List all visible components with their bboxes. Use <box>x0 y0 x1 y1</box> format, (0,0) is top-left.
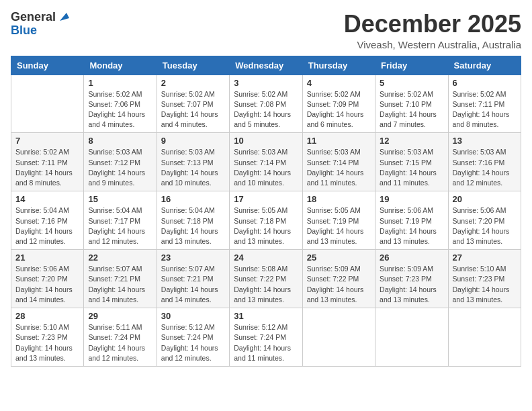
day-number: 5 <box>380 78 443 88</box>
calendar-cell: 29Sunrise: 5:11 AMSunset: 7:24 PMDayligh… <box>84 308 157 367</box>
calendar-cell: 24Sunrise: 5:08 AMSunset: 7:22 PMDayligh… <box>230 250 302 308</box>
calendar-week-row: 21Sunrise: 5:06 AMSunset: 7:20 PMDayligh… <box>11 250 521 308</box>
day-info: Sunrise: 5:02 AMSunset: 7:06 PMDaylight:… <box>88 89 152 130</box>
day-info: Sunrise: 5:03 AMSunset: 7:14 PMDaylight:… <box>307 147 371 188</box>
calendar-cell: 3Sunrise: 5:02 AMSunset: 7:08 PMDaylight… <box>230 75 302 133</box>
day-number: 24 <box>234 253 298 263</box>
day-number: 1 <box>88 78 152 88</box>
day-info: Sunrise: 5:03 AMSunset: 7:13 PMDaylight:… <box>161 147 225 188</box>
day-info: Sunrise: 5:03 AMSunset: 7:12 PMDaylight:… <box>88 147 152 188</box>
day-number: 29 <box>88 311 152 321</box>
day-info: Sunrise: 5:02 AMSunset: 7:11 PMDaylight:… <box>15 147 79 188</box>
calendar-cell <box>302 308 375 367</box>
day-info: Sunrise: 5:04 AMSunset: 7:18 PMDaylight:… <box>161 205 225 246</box>
calendar-cell: 5Sunrise: 5:02 AMSunset: 7:10 PMDaylight… <box>375 75 448 133</box>
day-info: Sunrise: 5:10 AMSunset: 7:23 PMDaylight:… <box>15 322 79 363</box>
day-info: Sunrise: 5:03 AMSunset: 7:16 PMDaylight:… <box>453 147 517 188</box>
calendar-cell <box>375 308 448 367</box>
calendar-cell: 22Sunrise: 5:07 AMSunset: 7:21 PMDayligh… <box>84 250 157 308</box>
day-number: 30 <box>161 311 225 321</box>
day-number: 31 <box>234 311 298 321</box>
day-info: Sunrise: 5:06 AMSunset: 7:20 PMDaylight:… <box>453 205 517 246</box>
day-number: 22 <box>88 253 152 263</box>
logo: General Blue <box>11 11 69 38</box>
calendar-table: Sunday Monday Tuesday Wednesday Thursday… <box>11 56 521 367</box>
day-info: Sunrise: 5:04 AMSunset: 7:16 PMDaylight:… <box>15 205 79 246</box>
calendar-cell: 20Sunrise: 5:06 AMSunset: 7:20 PMDayligh… <box>448 191 521 250</box>
title-section: December 2025 Viveash, Western Australia… <box>344 11 521 50</box>
day-number: 10 <box>234 136 298 146</box>
calendar-cell: 6Sunrise: 5:02 AMSunset: 7:11 PMDaylight… <box>448 75 521 133</box>
calendar-cell: 10Sunrise: 5:03 AMSunset: 7:14 PMDayligh… <box>230 133 302 191</box>
day-info: Sunrise: 5:07 AMSunset: 7:21 PMDaylight:… <box>88 264 152 305</box>
calendar-cell: 7Sunrise: 5:02 AMSunset: 7:11 PMDaylight… <box>11 133 84 191</box>
day-info: Sunrise: 5:12 AMSunset: 7:24 PMDaylight:… <box>234 322 298 363</box>
calendar-cell: 14Sunrise: 5:04 AMSunset: 7:16 PMDayligh… <box>11 191 84 250</box>
calendar-week-row: 28Sunrise: 5:10 AMSunset: 7:23 PMDayligh… <box>11 308 521 367</box>
col-tuesday: Tuesday <box>157 56 229 75</box>
svg-marker-0 <box>60 13 69 21</box>
calendar-cell: 9Sunrise: 5:03 AMSunset: 7:13 PMDaylight… <box>157 133 229 191</box>
col-friday: Friday <box>375 56 448 75</box>
month-title: December 2025 <box>344 11 521 38</box>
day-number: 27 <box>453 253 517 263</box>
day-number: 17 <box>234 194 298 204</box>
calendar-header-row: Sunday Monday Tuesday Wednesday Thursday… <box>11 56 521 75</box>
calendar-cell: 26Sunrise: 5:09 AMSunset: 7:23 PMDayligh… <box>375 250 448 308</box>
day-info: Sunrise: 5:04 AMSunset: 7:17 PMDaylight:… <box>88 205 152 246</box>
day-info: Sunrise: 5:09 AMSunset: 7:23 PMDaylight:… <box>380 264 443 305</box>
calendar-cell <box>448 308 521 367</box>
day-number: 15 <box>88 194 152 204</box>
day-number: 7 <box>15 136 79 146</box>
calendar-cell: 13Sunrise: 5:03 AMSunset: 7:16 PMDayligh… <box>448 133 521 191</box>
day-number: 12 <box>380 136 443 146</box>
day-number: 26 <box>380 253 443 263</box>
day-number: 14 <box>15 194 79 204</box>
day-number: 18 <box>307 194 371 204</box>
day-number: 11 <box>307 136 371 146</box>
logo-general-text: General <box>11 11 56 24</box>
day-number: 19 <box>380 194 443 204</box>
day-number: 20 <box>453 194 517 204</box>
calendar-cell: 15Sunrise: 5:04 AMSunset: 7:17 PMDayligh… <box>84 191 157 250</box>
day-number: 2 <box>161 78 225 88</box>
calendar-cell: 1Sunrise: 5:02 AMSunset: 7:06 PMDaylight… <box>84 75 157 133</box>
header: General Blue December 2025 Viveash, West… <box>11 11 521 50</box>
col-sunday: Sunday <box>11 56 84 75</box>
logo-arrow-icon <box>57 11 69 24</box>
day-number: 3 <box>234 78 298 88</box>
day-info: Sunrise: 5:05 AMSunset: 7:18 PMDaylight:… <box>234 205 298 246</box>
day-info: Sunrise: 5:06 AMSunset: 7:20 PMDaylight:… <box>15 264 79 305</box>
day-info: Sunrise: 5:11 AMSunset: 7:24 PMDaylight:… <box>88 322 152 363</box>
day-number: 4 <box>307 78 371 88</box>
day-info: Sunrise: 5:06 AMSunset: 7:19 PMDaylight:… <box>380 205 443 246</box>
calendar-cell: 19Sunrise: 5:06 AMSunset: 7:19 PMDayligh… <box>375 191 448 250</box>
col-wednesday: Wednesday <box>230 56 302 75</box>
calendar-cell: 27Sunrise: 5:10 AMSunset: 7:23 PMDayligh… <box>448 250 521 308</box>
col-monday: Monday <box>84 56 157 75</box>
calendar-cell: 31Sunrise: 5:12 AMSunset: 7:24 PMDayligh… <box>230 308 302 367</box>
day-info: Sunrise: 5:08 AMSunset: 7:22 PMDaylight:… <box>234 264 298 305</box>
day-number: 6 <box>453 78 517 88</box>
location-title: Viveash, Western Australia, Australia <box>344 39 521 50</box>
day-number: 21 <box>15 253 79 263</box>
day-number: 9 <box>161 136 225 146</box>
calendar-cell: 16Sunrise: 5:04 AMSunset: 7:18 PMDayligh… <box>157 191 229 250</box>
day-info: Sunrise: 5:07 AMSunset: 7:21 PMDaylight:… <box>161 264 225 305</box>
calendar-cell: 21Sunrise: 5:06 AMSunset: 7:20 PMDayligh… <box>11 250 84 308</box>
calendar-week-row: 14Sunrise: 5:04 AMSunset: 7:16 PMDayligh… <box>11 191 521 250</box>
day-info: Sunrise: 5:10 AMSunset: 7:23 PMDaylight:… <box>453 264 517 305</box>
calendar-cell: 30Sunrise: 5:12 AMSunset: 7:24 PMDayligh… <box>157 308 229 367</box>
calendar-cell <box>11 75 84 133</box>
day-info: Sunrise: 5:02 AMSunset: 7:08 PMDaylight:… <box>234 89 298 130</box>
calendar-cell: 18Sunrise: 5:05 AMSunset: 7:19 PMDayligh… <box>302 191 375 250</box>
day-info: Sunrise: 5:03 AMSunset: 7:15 PMDaylight:… <box>380 147 443 188</box>
day-number: 8 <box>88 136 152 146</box>
calendar-cell: 28Sunrise: 5:10 AMSunset: 7:23 PMDayligh… <box>11 308 84 367</box>
day-info: Sunrise: 5:02 AMSunset: 7:11 PMDaylight:… <box>453 89 517 130</box>
day-info: Sunrise: 5:02 AMSunset: 7:07 PMDaylight:… <box>161 89 225 130</box>
day-info: Sunrise: 5:02 AMSunset: 7:09 PMDaylight:… <box>307 89 371 130</box>
calendar-week-row: 1Sunrise: 5:02 AMSunset: 7:06 PMDaylight… <box>11 75 521 133</box>
day-number: 25 <box>307 253 371 263</box>
calendar-week-row: 7Sunrise: 5:02 AMSunset: 7:11 PMDaylight… <box>11 133 521 191</box>
